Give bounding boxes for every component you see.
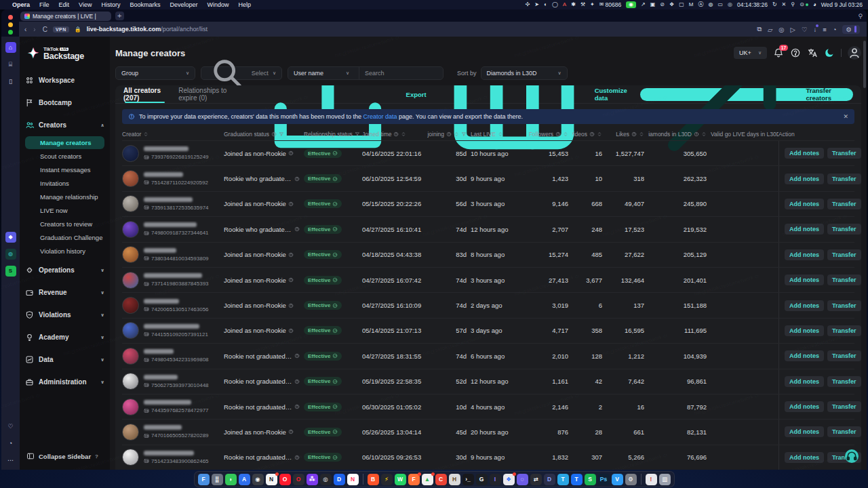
region-selector[interactable]: UK+ ∨	[734, 47, 767, 59]
transfer-button[interactable]: Transfer	[827, 224, 861, 235]
bluetooth-icon[interactable]: ❖	[669, 2, 674, 7]
spotify-icon[interactable]: S	[5, 266, 16, 277]
flow-icon[interactable]: ▷	[791, 26, 795, 33]
dock-icon-app-store[interactable]: A	[239, 474, 250, 485]
dock-icon-homebrew[interactable]: H	[449, 474, 460, 485]
dock-icon-messages[interactable]: ◗	[225, 474, 237, 485]
dock-icon-spotify[interactable]: S	[585, 474, 596, 485]
mail-icon[interactable]: ✉80686	[599, 2, 621, 8]
workspace-briefcase-icon[interactable]: ⌸	[5, 59, 16, 70]
dock-icon-terminal[interactable]: ›_	[462, 474, 474, 485]
transfer-button[interactable]: Transfer	[827, 249, 861, 260]
transfer-button[interactable]: Transfer	[827, 300, 861, 311]
add-notes-button[interactable]: Add notes	[785, 274, 824, 285]
search-icon[interactable]: ⚲	[791, 2, 795, 7]
dock-icon-finder[interactable]: F	[198, 474, 210, 485]
sort-icon[interactable]	[498, 131, 503, 137]
filter-icon[interactable]	[279, 131, 284, 137]
rocket-icon[interactable]: ↗	[641, 2, 646, 7]
transfer-button[interactable]: Transfer	[827, 401, 861, 412]
lock-icon[interactable]: ▣	[650, 2, 656, 7]
dock-icon-opera[interactable]: O	[279, 474, 291, 485]
sidebar-item-academy[interactable]: Academy∨	[25, 330, 104, 345]
menu-item-opera[interactable]: Opera	[12, 1, 30, 8]
a-circle-icon[interactable]: Ⓐ	[698, 2, 703, 7]
toggle-icon[interactable]: ⊙	[800, 2, 808, 7]
teal-app-icon[interactable]: ◍	[5, 249, 16, 260]
sidebar-subitem-invitations[interactable]: Invitations	[25, 177, 104, 190]
help-icon[interactable]	[790, 47, 801, 58]
wallet-icon[interactable]: ▱	[768, 26, 772, 33]
transfer-button[interactable]: Transfer	[827, 426, 861, 437]
transfer-button[interactable]: Transfer	[827, 350, 861, 361]
translate-icon[interactable]	[807, 47, 818, 58]
dock-icon-telegram[interactable]: T	[557, 474, 569, 485]
menu-item-bookmarks[interactable]: Bookmarks	[130, 1, 160, 8]
display-icon[interactable]: ▭	[717, 2, 723, 7]
menu-item-help[interactable]: Help	[238, 1, 251, 8]
facetime-icon[interactable]: ◉	[626, 1, 636, 8]
notifications-bell-icon[interactable]: 17	[773, 47, 784, 58]
dock-icon-trash[interactable]: ▥	[659, 474, 671, 485]
antivirus-icon[interactable]: A	[563, 2, 566, 7]
menu-item-view[interactable]: View	[79, 1, 92, 8]
menu-item-history[interactable]: History	[101, 1, 120, 8]
widget-icon[interactable]: ✱	[571, 2, 576, 7]
dock-icon-vscode[interactable]: V	[612, 474, 623, 485]
vpn-badge[interactable]: VPN	[53, 26, 69, 33]
menu-item-developer[interactable]: Developer	[170, 1, 197, 8]
date-text[interactable]: Wed 9 Jul 03:26	[821, 2, 863, 8]
filter-icon[interactable]	[461, 131, 467, 137]
reload-button[interactable]: C	[43, 26, 47, 33]
filter-icon[interactable]	[355, 131, 360, 137]
no-entry-icon[interactable]: ⊘	[660, 2, 665, 7]
sidebar-subitem-scout-creators[interactable]: Scout creators	[25, 150, 104, 163]
sidebar-item-data[interactable]: Data∨	[25, 352, 104, 367]
banner-close-icon[interactable]: ✕	[843, 113, 848, 120]
dock-icon-installer[interactable]: !	[646, 474, 657, 485]
add-notes-button[interactable]: Add notes	[785, 401, 824, 412]
menu-item-window[interactable]: Window	[207, 1, 229, 8]
add-notes-button[interactable]: Add notes	[785, 174, 824, 184]
sort-icon[interactable]	[401, 131, 406, 137]
menu-item-file[interactable]: File	[39, 1, 50, 8]
profile-icon[interactable]: ◔	[833, 26, 837, 33]
dock-icon-purple-app[interactable]: ⁂	[307, 474, 318, 485]
window-icon[interactable]: ▢	[679, 2, 684, 7]
dock-icon-brave[interactable]: B	[368, 474, 379, 485]
dock-icon-insomnia[interactable]: I	[490, 474, 501, 485]
dock-icon-adguard[interactable]: ▲	[422, 474, 433, 485]
sidebar-item-workspace[interactable]: Workspace	[25, 73, 104, 88]
heart-icon[interactable]: ♡	[802, 26, 808, 33]
lastpass-icon[interactable]: M	[689, 2, 694, 7]
extensions-toggle[interactable]: ⚙	[842, 25, 860, 34]
more-icon[interactable]: ⋯	[5, 455, 16, 466]
sort-icon[interactable]	[597, 131, 602, 137]
dock-icon-camera[interactable]: ◉	[252, 474, 264, 485]
dock-icon-whatsapp[interactable]: W	[395, 474, 406, 485]
creator-data-link[interactable]: Creator data	[363, 113, 397, 120]
dock-icon-settings[interactable]: ⚙	[625, 474, 637, 485]
dock-icon-sync[interactable]: ⇄	[530, 474, 542, 485]
sort-icon[interactable]	[701, 131, 707, 137]
tab-relationships-to-expire[interactable]: Relationships to expire (0)	[178, 85, 239, 103]
tab-all-creators[interactable]: All creators (207)	[123, 85, 166, 103]
zoom-window-button[interactable]	[8, 30, 13, 35]
forward-button[interactable]: ›	[33, 26, 35, 33]
support-chat-button[interactable]	[845, 449, 859, 463]
puzzle-icon[interactable]: ✦	[590, 2, 595, 7]
reading-list-icon[interactable]: ≡	[823, 26, 827, 33]
sort-icon[interactable]	[639, 131, 644, 137]
dock-icon-loop[interactable]: ◌	[517, 474, 528, 485]
dock-icon-bluetooth[interactable]: ❖	[503, 474, 515, 485]
ring-icon[interactable]: ◯	[552, 2, 558, 7]
refresh-icon[interactable]: ↻	[772, 2, 777, 7]
workspace-app-icon[interactable]: ◆	[5, 232, 16, 243]
transfer-button[interactable]: Transfer	[827, 376, 861, 387]
collapse-sidebar-button[interactable]: Collapse Sidebar ?	[25, 448, 104, 464]
target-icon[interactable]: ◎	[728, 2, 732, 7]
history-icon[interactable]: ◔	[5, 438, 16, 449]
select-dropdown[interactable]: Select ∨	[201, 66, 282, 80]
back-button[interactable]: ‹	[24, 26, 26, 33]
shutter-icon[interactable]: ✣	[526, 2, 530, 7]
